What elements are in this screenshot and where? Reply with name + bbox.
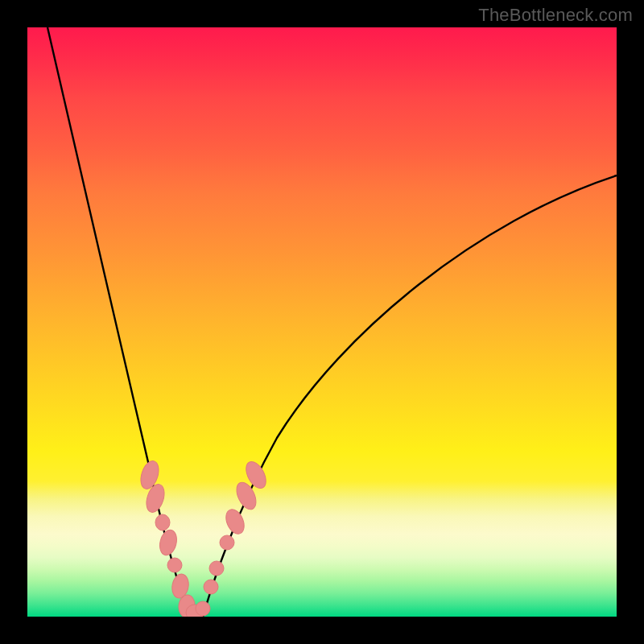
chart-svg: [27, 27, 617, 617]
plot-area: [27, 27, 617, 617]
watermark-text: TheBottleneck.com: [478, 5, 633, 26]
right-curve: [203, 175, 617, 617]
marker-11: [220, 535, 234, 550]
marker-9: [204, 580, 218, 594]
marker-group: [138, 458, 270, 617]
marker-2: [155, 514, 170, 530]
marker-10: [209, 561, 224, 576]
marker-12: [222, 506, 247, 536]
marker-3: [157, 528, 179, 557]
marker-8: [196, 601, 210, 616]
marker-4: [167, 558, 182, 572]
outer-frame: TheBottleneck.com: [0, 0, 644, 644]
